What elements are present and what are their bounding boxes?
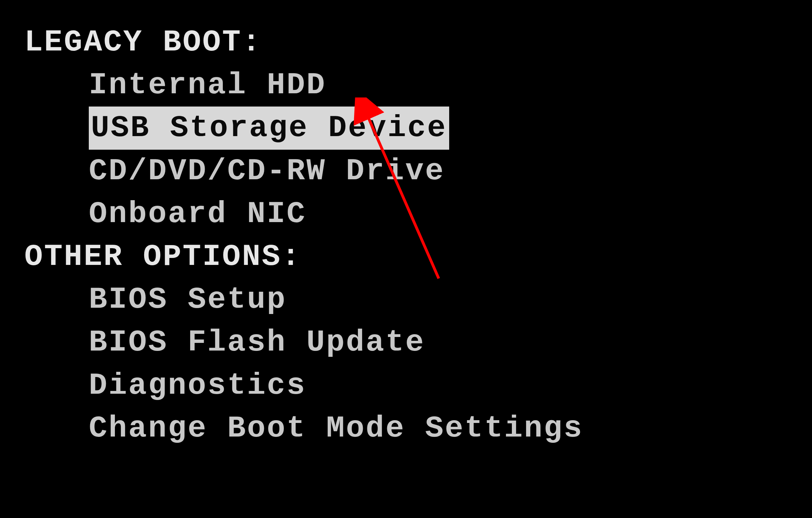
boot-menu: LEGACY BOOT: Internal HDD USB Storage De… [0,0,812,450]
boot-item-onboard-nic[interactable]: Onboard NIC [89,193,306,235]
other-options-items: BIOS Setup BIOS Flash Update Diagnostics… [24,278,812,450]
other-options-header: OTHER OPTIONS: [24,235,812,278]
legacy-boot-header: LEGACY BOOT: [24,21,812,64]
legacy-boot-items: Internal HDD USB Storage Device CD/DVD/C… [24,64,812,235]
option-change-boot-mode-settings[interactable]: Change Boot Mode Settings [89,407,583,450]
option-diagnostics[interactable]: Diagnostics [89,364,306,407]
option-bios-setup[interactable]: BIOS Setup [89,278,287,321]
boot-item-internal-hdd[interactable]: Internal HDD [89,64,326,107]
boot-item-cd-dvd-drive[interactable]: CD/DVD/CD-RW Drive [89,150,445,193]
option-bios-flash-update[interactable]: BIOS Flash Update [89,321,425,364]
boot-item-usb-storage-device[interactable]: USB Storage Device [89,107,449,149]
